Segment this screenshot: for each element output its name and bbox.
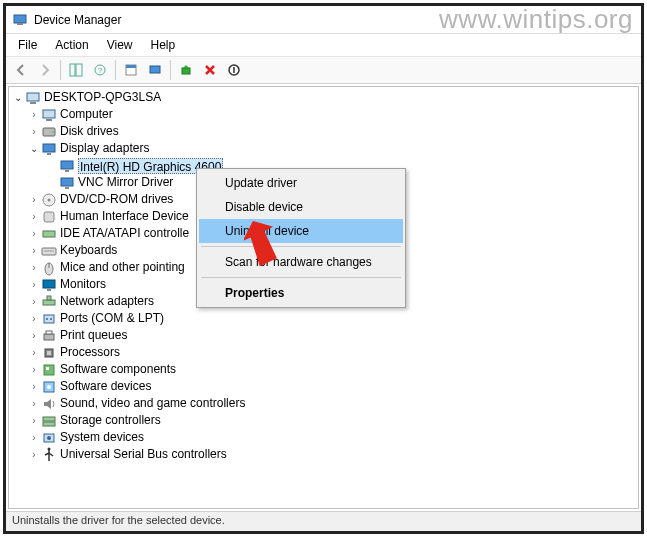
disk-icon	[41, 124, 57, 140]
context-menu: Update driverDisable deviceUninstall dev…	[196, 168, 406, 308]
root-label: DESKTOP-QPG3LSA	[44, 89, 161, 106]
tree-category[interactable]: ›Computer	[9, 106, 638, 123]
tree-category[interactable]: ›System devices	[9, 429, 638, 446]
tree-category[interactable]: ›Ports (COM & LPT)	[9, 310, 638, 327]
expand-arrow[interactable]: ›	[27, 106, 41, 123]
tree-category[interactable]: ›Print queues	[9, 327, 638, 344]
svg-rect-46	[43, 417, 55, 421]
svg-rect-22	[65, 187, 69, 189]
system-icon	[41, 430, 57, 446]
category-label: IDE ATA/ATAPI controlle	[60, 225, 189, 242]
collapse-arrow[interactable]: ⌄	[11, 89, 25, 106]
toolbar-separator	[170, 60, 171, 80]
menu-view[interactable]: View	[99, 36, 141, 54]
context-menu-item[interactable]: Update driver	[199, 171, 403, 195]
expand-arrow[interactable]: ›	[27, 225, 41, 242]
display-icon	[59, 175, 75, 191]
context-menu-item[interactable]: Properties	[199, 281, 403, 305]
category-label: Human Interface Device	[60, 208, 189, 225]
title-bar[interactable]: Device Manager	[6, 6, 641, 34]
disable-button[interactable]	[223, 59, 245, 81]
expand-arrow[interactable]: ›	[27, 446, 41, 463]
toolbar-separator	[60, 60, 61, 80]
hid-icon	[41, 209, 57, 225]
svg-rect-26	[43, 231, 55, 237]
show-hide-tree-button[interactable]	[65, 59, 87, 81]
category-label: Print queues	[60, 327, 127, 344]
tree-category[interactable]: ›Sound, video and game controllers	[9, 395, 638, 412]
storage-icon	[41, 413, 57, 429]
tree-category[interactable]: ›Software devices	[9, 378, 638, 395]
expand-arrow[interactable]: ›	[27, 412, 41, 429]
svg-point-50	[48, 447, 51, 450]
tree-category[interactable]: ›Software components	[9, 361, 638, 378]
sound-icon	[41, 396, 57, 412]
category-label: Sound, video and game controllers	[60, 395, 245, 412]
mouse-icon	[41, 260, 57, 276]
window-title: Device Manager	[34, 13, 121, 27]
expand-arrow[interactable]: ›	[27, 327, 41, 344]
usb-icon	[41, 447, 57, 463]
menu-file[interactable]: File	[10, 36, 45, 54]
expand-arrow[interactable]: ›	[27, 429, 41, 446]
svg-rect-33	[43, 300, 55, 305]
refresh-button[interactable]	[144, 59, 166, 81]
category-label: Keyboards	[60, 242, 117, 259]
back-button[interactable]	[10, 59, 32, 81]
expand-arrow[interactable]: ›	[27, 293, 41, 310]
toolbar: ?	[6, 56, 641, 84]
swdev-icon	[41, 379, 57, 395]
display-icon	[41, 141, 57, 157]
expand-arrow[interactable]: ›	[27, 123, 41, 140]
expand-arrow[interactable]: ⌄	[27, 140, 41, 157]
svg-point-16	[52, 131, 54, 133]
expand-arrow[interactable]: ›	[27, 361, 41, 378]
tree-category[interactable]: ›Universal Serial Bus controllers	[9, 446, 638, 463]
svg-rect-43	[46, 367, 49, 370]
cpu-icon	[41, 345, 57, 361]
expand-arrow[interactable]: ›	[27, 191, 41, 208]
menu-action[interactable]: Action	[47, 36, 96, 54]
keyboard-icon	[41, 243, 57, 259]
expand-arrow[interactable]: ›	[27, 395, 41, 412]
svg-rect-9	[182, 68, 190, 74]
tree-category[interactable]: ⌄Display adapters	[9, 140, 638, 157]
svg-rect-8	[150, 66, 160, 73]
context-menu-item[interactable]: Scan for hardware changes	[199, 250, 403, 274]
expand-arrow[interactable]: ›	[27, 242, 41, 259]
svg-text:?: ?	[98, 66, 103, 75]
category-label: Network adapters	[60, 293, 154, 310]
status-text: Uninstalls the driver for the selected d…	[12, 514, 225, 526]
expand-arrow[interactable]: ›	[27, 259, 41, 276]
uninstall-button[interactable]	[199, 59, 221, 81]
tree-category[interactable]: ›Storage controllers	[9, 412, 638, 429]
tree-category[interactable]: ›Processors	[9, 344, 638, 361]
forward-button[interactable]	[34, 59, 56, 81]
category-label: Mice and other pointing	[60, 259, 185, 276]
swcomp-icon	[41, 362, 57, 378]
context-menu-item[interactable]: Disable device	[199, 195, 403, 219]
expand-arrow[interactable]: ›	[27, 276, 41, 293]
context-menu-item[interactable]: Uninstall device	[199, 219, 403, 243]
menu-help[interactable]: Help	[143, 36, 184, 54]
expand-arrow[interactable]: ›	[27, 344, 41, 361]
tree-category[interactable]: ›Disk drives	[9, 123, 638, 140]
svg-rect-21	[61, 178, 73, 186]
svg-rect-11	[27, 93, 39, 101]
svg-rect-34	[47, 296, 51, 300]
category-label: Software components	[60, 361, 176, 378]
port-icon	[41, 311, 57, 327]
printer-icon	[41, 328, 57, 344]
help-button[interactable]: ?	[89, 59, 111, 81]
tree-root[interactable]: ⌄DESKTOP-QPG3LSA	[9, 89, 638, 106]
expand-arrow[interactable]: ›	[27, 378, 41, 395]
computer-icon	[25, 90, 41, 106]
expand-arrow[interactable]: ›	[27, 208, 41, 225]
expand-arrow[interactable]: ›	[27, 310, 41, 327]
properties-button[interactable]	[120, 59, 142, 81]
svg-rect-38	[44, 334, 54, 340]
update-driver-button[interactable]	[175, 59, 197, 81]
computer-icon	[41, 107, 57, 123]
category-label: DVD/CD-ROM drives	[60, 191, 173, 208]
svg-rect-17	[43, 144, 55, 152]
